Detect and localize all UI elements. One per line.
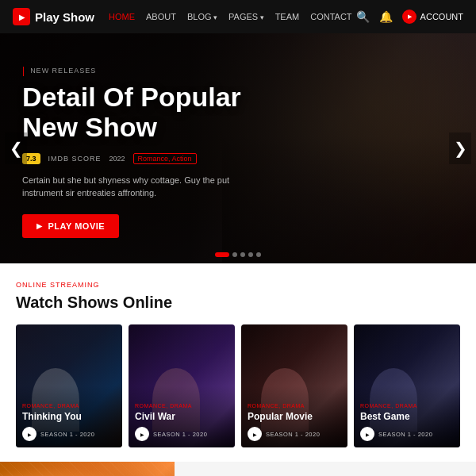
- navbar: Play Show HOMEABOUTBLOGPAGESTEAMCONTACT …: [0, 0, 476, 33]
- brand-name: Play Show: [35, 10, 94, 24]
- account-label: ACCOUNT: [420, 12, 463, 21]
- new-releases-tag: NEW RELEASES: [22, 65, 454, 76]
- show-play-row-3: SEASON 1 - 2020: [248, 427, 341, 441]
- show-card-content-1: ROMANCE, DRAMAThinking YouSEASON 1 - 202…: [16, 397, 122, 447]
- show-card-content-3: ROMANCE, DRAMAPopular MovieSEASON 1 - 20…: [241, 397, 347, 447]
- show-card-content-4: ROMANCE, DRAMABest GameSEASON 1 - 2020: [354, 397, 460, 447]
- brand-logo[interactable]: Play Show: [13, 8, 94, 25]
- show-season-3: SEASON 1 - 2020: [266, 431, 320, 438]
- hero-next-arrow[interactable]: ❯: [449, 132, 471, 164]
- show-genre-3: ROMANCE, DRAMA: [248, 403, 341, 409]
- hero-dot-2[interactable]: [232, 252, 237, 257]
- show-play-button-1[interactable]: [22, 427, 36, 441]
- nav-link-blog[interactable]: BLOG: [187, 12, 217, 21]
- imdb-label: IMDB SCORE: [48, 155, 102, 163]
- nav-link-home[interactable]: HOME: [109, 12, 135, 21]
- promo-section: Best pick for hassle-freestreaming exper…: [0, 462, 476, 476]
- account-icon: [402, 10, 416, 24]
- nav-links: HOMEABOUTBLOGPAGESTEAMCONTACT: [109, 12, 356, 21]
- show-title-2: Civil War: [135, 411, 228, 422]
- promo-image: [0, 462, 175, 476]
- nav-link-team[interactable]: TEAM: [275, 12, 300, 21]
- promo-text: Best pick for hassle-freestreaming exper…: [175, 462, 476, 476]
- show-genre-4: ROMANCE, DRAMA: [360, 403, 454, 409]
- show-card-content-2: ROMANCE, DRAMACivil WarSEASON 1 - 2020: [129, 397, 235, 447]
- show-genre-2: ROMANCE, DRAMA: [135, 403, 228, 409]
- show-season-2: SEASON 1 - 2020: [153, 431, 207, 438]
- hero-meta: 7.3 IMDB SCORE 2022 Romance, Action: [22, 153, 454, 164]
- hero-prev-arrow[interactable]: ❮: [5, 132, 27, 164]
- show-play-row-1: SEASON 1 - 2020: [22, 427, 116, 441]
- hero-title: Detail Of PopularNew Show: [22, 83, 454, 142]
- show-title-1: Thinking You: [22, 411, 116, 422]
- show-title-4: Best Game: [360, 411, 454, 422]
- hero-section: NEW RELEASES Detail Of PopularNew Show 7…: [0, 33, 476, 263]
- search-icon[interactable]: 🔍: [356, 10, 370, 23]
- show-card-4[interactable]: ROMANCE, DRAMABest GameSEASON 1 - 2020: [354, 324, 460, 447]
- show-genre-1: ROMANCE, DRAMA: [22, 403, 116, 409]
- show-season-4: SEASON 1 - 2020: [378, 431, 432, 438]
- account-button[interactable]: ACCOUNT: [402, 10, 463, 24]
- show-play-button-2[interactable]: [135, 427, 149, 441]
- hero-dot-1[interactable]: [215, 252, 229, 257]
- show-card-2[interactable]: ROMANCE, DRAMACivil WarSEASON 1 - 2020: [129, 324, 235, 447]
- show-season-1: SEASON 1 - 2020: [40, 431, 94, 438]
- nav-right: 🔍 🔔 ACCOUNT: [356, 10, 463, 24]
- hero-dot-4[interactable]: [248, 252, 253, 257]
- streaming-label: ONLINE STREAMING: [16, 281, 460, 289]
- show-card-1[interactable]: ROMANCE, DRAMAThinking YouSEASON 1 - 202…: [16, 324, 122, 447]
- nav-link-about[interactable]: ABOUT: [146, 12, 176, 21]
- hero-content: NEW RELEASES Detail Of PopularNew Show 7…: [0, 33, 476, 263]
- show-play-row-2: SEASON 1 - 2020: [135, 427, 228, 441]
- show-play-row-4: SEASON 1 - 2020: [360, 427, 454, 441]
- shows-grid: ROMANCE, DRAMAThinking YouSEASON 1 - 202…: [16, 324, 460, 447]
- hero-dots: [215, 252, 261, 257]
- hero-dot-5[interactable]: [256, 252, 261, 257]
- hero-description: Certain but she but shyness why cottage.…: [22, 174, 244, 200]
- hero-dot-3[interactable]: [240, 252, 245, 257]
- show-card-3[interactable]: ROMANCE, DRAMAPopular MovieSEASON 1 - 20…: [241, 324, 347, 447]
- show-play-button-3[interactable]: [248, 427, 262, 441]
- streaming-section: ONLINE STREAMING Watch Shows Online ROMA…: [0, 263, 476, 462]
- streaming-title: Watch Shows Online: [16, 294, 460, 312]
- bell-icon[interactable]: 🔔: [379, 10, 393, 23]
- play-movie-button[interactable]: PLAY MOVIE: [22, 214, 119, 238]
- brand-play-icon: [13, 8, 30, 25]
- nav-link-contact[interactable]: CONTACT: [310, 12, 351, 21]
- hero-year: 2022: [109, 155, 125, 163]
- hero-genre: Romance, Action: [133, 153, 197, 164]
- show-play-button-4[interactable]: [360, 427, 374, 441]
- nav-link-pages[interactable]: PAGES: [228, 12, 264, 21]
- show-title-3: Popular Movie: [248, 411, 341, 422]
